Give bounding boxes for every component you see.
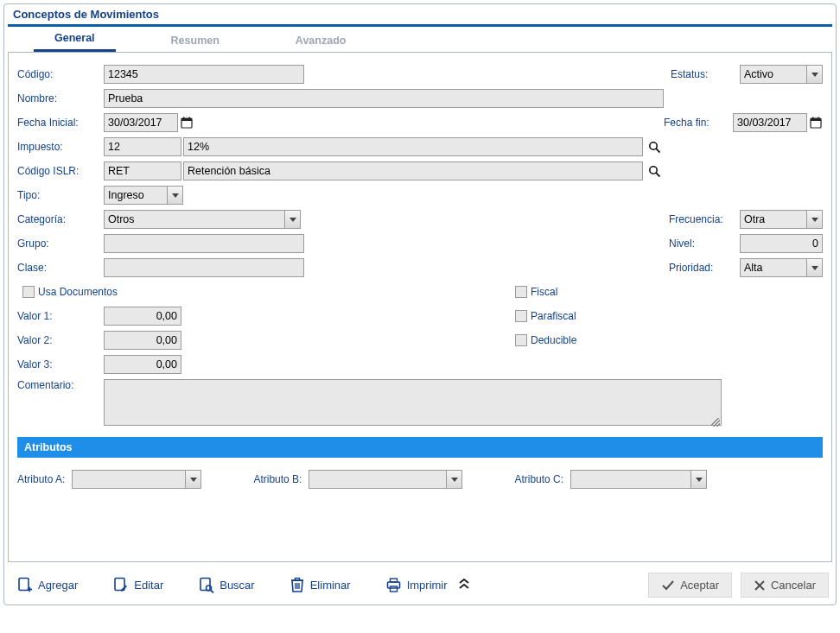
label-nivel: Nivel: — [669, 237, 740, 250]
islr-code-input[interactable] — [104, 161, 181, 180]
check-icon — [661, 579, 675, 592]
label-valor3: Valor 3: — [17, 358, 104, 370]
label-parafiscal: Parafiscal — [531, 310, 576, 322]
fecha-fin-input[interactable] — [733, 113, 807, 132]
fiscal-checkbox[interactable] — [515, 286, 527, 298]
label-atributo-a: Atributo A: — [17, 473, 65, 485]
svg-point-8 — [649, 142, 656, 149]
impuesto-code-input[interactable] — [104, 137, 181, 156]
label-impuesto: Impuesto: — [17, 141, 104, 153]
svg-line-11 — [656, 173, 659, 176]
editar-button[interactable]: Editar — [107, 573, 169, 597]
comentario-textarea[interactable] — [104, 379, 722, 426]
svg-rect-24 — [387, 582, 399, 588]
svg-line-18 — [211, 590, 213, 592]
atributo-b-value[interactable] — [309, 470, 447, 489]
deducible-checkbox[interactable] — [515, 334, 527, 346]
usa-documentos-checkbox[interactable] — [22, 286, 35, 298]
tipo-value[interactable] — [104, 186, 168, 205]
label-valor1: Valor 1: — [17, 310, 104, 322]
clase-input[interactable] — [104, 258, 304, 277]
imprimir-button[interactable]: Imprimir — [380, 573, 475, 597]
valor1-input[interactable] — [104, 307, 181, 326]
svg-rect-12 — [19, 579, 29, 591]
label-codigo-islr: Código ISLR: — [17, 165, 104, 177]
parafiscal-checkbox[interactable] — [515, 310, 527, 322]
tab-resumen[interactable]: Resumen — [150, 29, 240, 52]
label-estatus: Estatus: — [671, 68, 740, 80]
chevron-down-icon[interactable] — [186, 470, 201, 489]
nombre-input[interactable] — [104, 89, 664, 108]
label-codigo: Código: — [17, 68, 104, 80]
svg-rect-26 — [390, 586, 397, 592]
svg-rect-3 — [189, 117, 191, 120]
svg-rect-16 — [200, 579, 210, 591]
tipo-select[interactable] — [104, 186, 183, 205]
agregar-button[interactable]: Agregar — [11, 573, 83, 597]
categoria-value[interactable] — [104, 210, 285, 229]
tab-avanzado[interactable]: Avanzado — [275, 29, 367, 52]
label-comentario: Comentario: — [17, 379, 104, 391]
chevron-up-double-icon — [458, 579, 470, 592]
tab-body-general: Código: Estatus: Nombre: Fecha Inicial: — [8, 53, 832, 562]
eliminar-label: Eliminar — [310, 579, 351, 592]
svg-rect-2 — [183, 117, 185, 120]
label-frecuencia: Frecuencia: — [669, 213, 740, 225]
atributo-a-select[interactable] — [72, 470, 201, 489]
frecuencia-value[interactable] — [740, 210, 807, 229]
estatus-value[interactable] — [740, 65, 807, 84]
atributo-c-select[interactable] — [570, 470, 707, 489]
nivel-input[interactable] — [740, 234, 823, 253]
calendar-icon[interactable] — [809, 116, 823, 130]
label-atributo-b: Atributo B: — [253, 473, 302, 485]
chevron-down-icon[interactable] — [807, 65, 823, 84]
atributo-a-value[interactable] — [72, 470, 186, 489]
search-icon[interactable] — [646, 139, 662, 155]
frecuencia-select[interactable] — [740, 210, 823, 229]
chevron-down-icon[interactable] — [168, 186, 183, 205]
label-deducible: Deducible — [531, 334, 576, 346]
cancelar-button[interactable]: Cancelar — [741, 573, 829, 598]
chevron-down-icon[interactable] — [447, 470, 462, 489]
svg-rect-5 — [811, 118, 821, 121]
atributos-header: Atributos — [17, 437, 823, 458]
tab-general[interactable]: General — [34, 27, 116, 52]
codigo-input[interactable] — [104, 65, 304, 84]
prioridad-value[interactable] — [740, 258, 807, 277]
calendar-icon[interactable] — [180, 116, 194, 130]
aceptar-button[interactable]: Aceptar — [648, 573, 732, 598]
label-fecha-inicial: Fecha Inicial: — [17, 117, 104, 129]
valor2-input[interactable] — [104, 331, 181, 350]
edit-document-icon — [112, 577, 129, 593]
fecha-inicial-input[interactable] — [104, 113, 178, 132]
chevron-down-icon[interactable] — [807, 210, 823, 229]
islr-desc-input[interactable] — [183, 161, 643, 180]
chevron-down-icon[interactable] — [285, 210, 301, 229]
grupo-input[interactable] — [104, 234, 304, 253]
eliminar-button[interactable]: Eliminar — [284, 573, 356, 597]
categoria-select[interactable] — [104, 210, 301, 229]
atributo-c-value[interactable] — [570, 470, 691, 489]
label-usa-documentos: Usa Documentos — [38, 286, 118, 298]
impuesto-desc-input[interactable] — [183, 137, 643, 156]
svg-rect-20 — [295, 579, 299, 581]
imprimir-label: Imprimir — [407, 579, 448, 592]
chevron-down-icon[interactable] — [807, 258, 823, 277]
add-document-icon — [16, 577, 33, 593]
window-frame: Conceptos de Movimientos General Resumen… — [3, 3, 837, 605]
agregar-label: Agregar — [38, 579, 78, 592]
label-valor2: Valor 2: — [17, 334, 104, 346]
estatus-select[interactable] — [740, 65, 823, 84]
label-clase: Clase: — [17, 262, 104, 274]
label-prioridad: Prioridad: — [669, 262, 740, 274]
toolbar: Agregar Editar Buscar Eliminar Imprimir — [8, 562, 832, 601]
label-atributo-c: Atributo C: — [514, 473, 563, 485]
search-icon[interactable] — [646, 163, 662, 179]
atributo-b-select[interactable] — [309, 470, 462, 489]
buscar-button[interactable]: Buscar — [193, 573, 259, 597]
valor3-input[interactable] — [104, 355, 181, 374]
prioridad-select[interactable] — [740, 258, 823, 277]
label-nombre: Nombre: — [17, 92, 104, 104]
label-tipo: Tipo: — [17, 189, 104, 201]
chevron-down-icon[interactable] — [691, 470, 707, 489]
